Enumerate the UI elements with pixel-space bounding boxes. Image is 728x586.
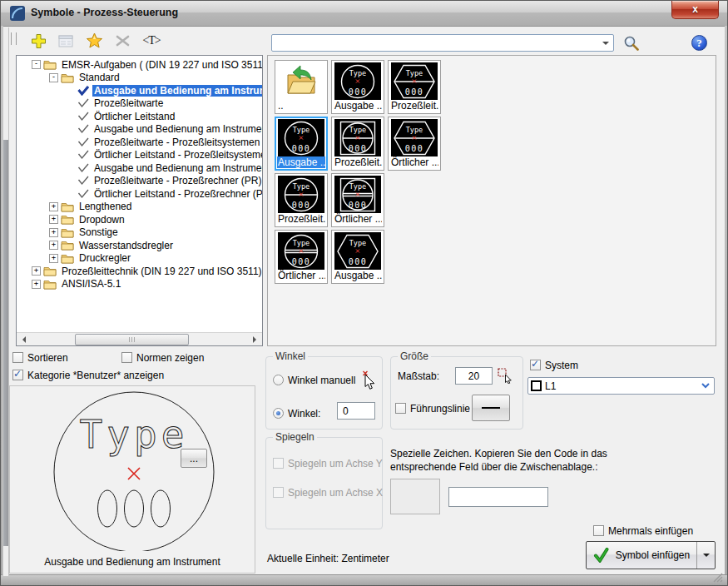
fuehrungslinie-checkbox[interactable] xyxy=(395,403,406,414)
search-input[interactable] xyxy=(274,36,598,52)
tree-item-row[interactable]: Örtlicher Leitstand xyxy=(17,110,262,123)
tree-label[interactable]: Prozeßleitwarte - Prozeßleitsystemen (PL… xyxy=(92,137,262,148)
expand-toggle[interactable]: + xyxy=(32,266,41,276)
svg-text:000: 000 xyxy=(349,200,368,209)
search-dropdown-arrow[interactable] xyxy=(598,35,613,51)
search-combobox[interactable] xyxy=(271,34,614,52)
sortieren-checkbox[interactable] xyxy=(12,352,23,363)
tree-label[interactable]: Örtlicher Leitstand - Prozeßleitsystemen… xyxy=(92,149,262,161)
tree-label[interactable]: Lengthened xyxy=(77,201,133,212)
expand-toggle[interactable]: + xyxy=(49,228,58,237)
symbol-einfuegen-button[interactable]: Symbol einfügen xyxy=(586,541,716,569)
tree-item-row[interactable]: Ausgabe und Bedienung am Instrument xyxy=(17,84,262,97)
thumbnail-label: Ausgabe ... xyxy=(277,156,325,168)
groesse-group-title: Größe xyxy=(398,350,431,362)
tree-item-row[interactable]: Prozeßleitwarte - Prozeßleitsystemen (PL… xyxy=(17,136,262,149)
tree-folder-row[interactable]: -Standard xyxy=(17,72,262,85)
text-symbol-button[interactable]: <T> xyxy=(139,31,164,51)
massstab-input[interactable] xyxy=(455,367,493,385)
tree-label[interactable]: Prozeßleitwarte - Prozeßrechner (PR) xyxy=(92,175,262,186)
collapse-toggle[interactable]: - xyxy=(32,60,41,69)
resize-grip[interactable] xyxy=(712,572,723,583)
tree-item-row[interactable]: Örtlicher Leitstand - Prozeßleitsystemen… xyxy=(17,149,262,162)
special-char-code-input[interactable] xyxy=(448,487,548,507)
symbol-einfuegen-dropdown[interactable] xyxy=(696,542,715,569)
symbol-thumbnail[interactable]: Type000Ausgabe ... xyxy=(275,117,328,171)
tree-label[interactable]: Ausgabe und Bedienung am Instrument - Pr… xyxy=(92,123,262,135)
tree-label[interactable]: EMSR-Aufgaben ( (DIN 19 227 und ISO 3511… xyxy=(60,59,262,71)
toolbar-grip[interactable] xyxy=(11,32,17,45)
svg-text:000: 000 xyxy=(349,87,368,96)
tree-folder-row[interactable]: +Wasserstandsdregler xyxy=(17,239,262,252)
expand-toggle[interactable]: + xyxy=(32,280,41,289)
tree-item-row[interactable]: Ausgabe und Bedienung am Instrument - Pr… xyxy=(17,161,262,175)
normen-zeigen-checkbox[interactable] xyxy=(121,352,132,363)
tree-item-row[interactable]: Ausgabe und Bedienung am Instrument - Pr… xyxy=(17,123,262,137)
symbol-thumbnail[interactable]: Type000Prozeßleit... xyxy=(275,173,328,227)
help-button[interactable]: ? xyxy=(691,35,707,51)
folder-up-thumbnail[interactable]: .. xyxy=(275,60,328,114)
delete-x-icon xyxy=(116,35,130,47)
winkel-radio[interactable] xyxy=(273,408,284,419)
tree-label[interactable]: Örtlicher Leitstand xyxy=(92,111,176,122)
tree-folder-row[interactable]: +ANSI/ISA-5.1 xyxy=(17,278,262,291)
symbol-thumbnail[interactable]: Type000Prozeßleit... xyxy=(331,117,384,171)
symbol-thumbnail[interactable]: Type000Ausgabe ... xyxy=(331,60,384,114)
expand-toggle[interactable]: + xyxy=(49,215,58,224)
tree-folder-row[interactable]: +Prozeßleittechnik (DIN 19 227 und ISO 3… xyxy=(17,265,262,278)
left-scrollbar[interactable] xyxy=(2,27,9,576)
symbol-thumbnail[interactable]: Type000Ausgabe ... xyxy=(331,230,384,284)
tree-label[interactable]: Prozeßleittechnik (DIN 19 227 und ISO 35… xyxy=(60,266,262,277)
special-char-preview-box[interactable] xyxy=(390,479,440,514)
expand-toggle[interactable]: + xyxy=(49,202,58,211)
hex-line-icon: Type000 xyxy=(391,119,438,156)
system-checkbox[interactable] xyxy=(530,360,541,370)
tree-label[interactable]: Standard xyxy=(77,72,121,83)
tree-label[interactable]: Wasserstandsdregler xyxy=(77,240,175,251)
tree-label[interactable]: Ausgabe und Bedienung am Instrument xyxy=(92,85,262,97)
tree-item-row[interactable]: Prozeßleitwarte - Prozeßrechner (PR) xyxy=(17,175,262,188)
svg-text:Type: Type xyxy=(406,68,423,77)
expand-toggle[interactable]: + xyxy=(49,241,58,250)
tree-folder-row[interactable]: +Lengthened xyxy=(17,201,262,214)
winkel-manuell-radio[interactable] xyxy=(273,375,284,385)
system-dropdown-arrow[interactable] xyxy=(699,380,712,392)
favorites-button[interactable] xyxy=(84,31,104,51)
tree-folder-row[interactable]: +Druckregler xyxy=(17,252,262,266)
tree-item-row[interactable]: Prozeßleitwarte xyxy=(17,97,262,111)
mehrmals-einfuegen-checkbox[interactable] xyxy=(593,525,604,536)
scrollbar-thumb[interactable] xyxy=(75,334,189,345)
tree-label[interactable]: Druckregler xyxy=(77,252,132,264)
pick-scale-icon[interactable] xyxy=(498,368,513,384)
symbol-thumbnail[interactable]: Type000Prozeßleit... xyxy=(388,60,441,114)
scroll-right-arrow[interactable] xyxy=(249,334,261,345)
kategorie-benutzer-checkbox[interactable] xyxy=(12,370,23,380)
add-symbol-button[interactable] xyxy=(28,31,48,51)
tree-label[interactable]: Ausgabe und Bedienung am Instrument - Pr… xyxy=(92,162,262,174)
title-bar[interactable]: Symbole - Prozess-Steuerung x xyxy=(1,1,727,27)
search-icon[interactable] xyxy=(623,35,640,52)
line-style-button[interactable] xyxy=(472,395,510,421)
close-button[interactable]: x xyxy=(671,1,719,19)
symbol-thumbnail[interactable]: Type000Örtlicher ... xyxy=(388,117,441,171)
collapse-toggle[interactable]: - xyxy=(49,73,58,82)
tree-label[interactable]: Prozeßleitwarte xyxy=(92,97,165,109)
tree-item-row[interactable]: Örtlicher Leitstand - Prozeßrechner (PR) xyxy=(17,187,262,201)
tree-label[interactable]: Örtlicher Leitstand - Prozeßrechner (PR) xyxy=(92,188,262,200)
tree-horizontal-scrollbar[interactable] xyxy=(17,332,262,345)
left-scrollbar-thumb[interactable] xyxy=(3,140,8,546)
tree-folder-row[interactable]: +Dropdown xyxy=(17,213,262,226)
symbol-einfuegen-main[interactable]: Symbol einfügen xyxy=(587,542,696,569)
tree-folder-row[interactable]: -EMSR-Aufgaben ( (DIN 19 227 und ISO 351… xyxy=(17,58,262,72)
expand-toggle[interactable]: + xyxy=(49,254,58,263)
system-combobox[interactable]: L1 xyxy=(527,377,715,395)
symbol-thumbnail[interactable]: Type000Örtlicher ... xyxy=(275,230,328,284)
tree-label[interactable]: ANSI/ISA-5.1 xyxy=(60,278,122,290)
tree-label[interactable]: Sonstige xyxy=(77,226,120,238)
tree-folder-row[interactable]: +Sonstige xyxy=(17,226,262,240)
scroll-left-arrow[interactable] xyxy=(17,334,30,345)
tree-label[interactable]: Dropdown xyxy=(77,214,126,226)
winkel-input[interactable] xyxy=(337,402,375,420)
browse-button[interactable]: ... xyxy=(181,449,207,468)
symbol-thumbnail[interactable]: Type000Örtlicher ... xyxy=(331,173,384,227)
